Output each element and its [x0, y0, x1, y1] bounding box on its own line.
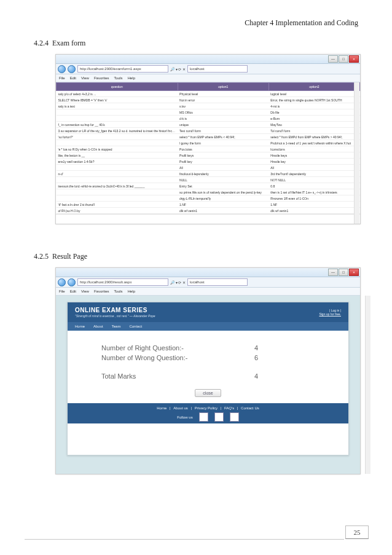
nav-home[interactable]: Home	[75, 325, 85, 328]
table-row: l gorey the formProb/not a 1-need of 1 y…	[57, 140, 360, 146]
table-row: AllAll	[57, 165, 360, 171]
total-value: 4	[254, 372, 258, 380]
table-cell: Not in error	[178, 97, 269, 103]
menu-view[interactable]: View	[81, 76, 89, 80]
blank-area	[56, 214, 360, 224]
browser-tab[interactable]: localhost	[187, 278, 248, 286]
table-row: 3.so separator or LR of the sty_fgen the…	[57, 128, 360, 134]
table-cell: 3rd theTront'l dependently	[269, 171, 359, 177]
menu-bar: File Edit View Favorites Tools Help	[56, 288, 360, 296]
menu-favorites[interactable]: Favorites	[94, 76, 109, 80]
url-input[interactable]: http://localhost:2900/result.aspx	[77, 278, 168, 286]
menu-tools[interactable]: Tools	[114, 76, 123, 80]
menu-edit[interactable]: Edit	[70, 76, 76, 80]
table-cell: 1.NF	[178, 202, 269, 208]
social-icon[interactable]	[230, 412, 239, 422]
menu-file[interactable]: File	[59, 289, 65, 293]
table-cell: All	[269, 165, 359, 171]
section-424-title: 4.2.4 Exam form	[34, 39, 367, 48]
footer-home[interactable]: Home	[157, 406, 167, 410]
close-button[interactable]: close	[195, 389, 221, 397]
wrong-label: Number of Wrong Question:-	[101, 354, 187, 361]
table-cell: Entry Set	[178, 183, 269, 189]
table-cell: select * from EMP where EMPs < 40:94!;	[178, 134, 269, 140]
table-cell: MayTwo	[269, 122, 359, 128]
back-icon[interactable]	[58, 278, 66, 286]
footer-contact[interactable]: Contact Us	[241, 406, 259, 410]
table-cell: Hrssile key	[269, 159, 359, 165]
table-row: ens1y well section 1:4-5b?Profil keyHrss…	[57, 159, 360, 165]
menu-view[interactable]: View	[81, 289, 89, 293]
table-cell	[57, 140, 178, 146]
signup-link[interactable]: Sign up for free.	[319, 312, 341, 316]
table-cell: ens1y well section 1:4-5b?	[57, 159, 178, 165]
minimize-icon[interactable]: —	[328, 269, 338, 276]
table-cell: e-Burn	[269, 116, 359, 122]
footer-about[interactable]: About us	[173, 406, 188, 410]
scrollbar[interactable]	[365, 296, 370, 474]
table-cell: then is 1 set of file/hter.IT 1.e+ s_->-…	[269, 189, 359, 195]
table-cell: isesson.the lord.-whld-re aroned to 3cdn…	[57, 183, 178, 189]
nav-contact[interactable]: Contact	[129, 325, 142, 328]
close-icon[interactable]: ×	[349, 55, 359, 63]
table-cell: 4-rst is	[269, 103, 359, 109]
back-icon[interactable]	[58, 65, 66, 73]
browser-tab[interactable]: localhost	[187, 65, 248, 73]
table-cell: Prob/not a 1-need of 1 yes selc't whesin…	[269, 140, 359, 146]
table-cell: Db file	[269, 109, 359, 116]
site-footer: Home | About us | Privacy Policy | FAQ's…	[68, 403, 348, 423]
table-cell: Profil key	[178, 159, 269, 165]
table-cell: so prime.We.son is of natively dependent…	[178, 189, 269, 195]
menu-help[interactable]: Help	[128, 76, 135, 80]
menu-favorites[interactable]: Favorites	[94, 289, 109, 293]
url-input[interactable]: http://localhost:2900/examform1.aspx	[77, 65, 168, 73]
table-cell: like, the lesion is __	[57, 152, 178, 159]
table-cell: 3.so separator or LR of the sty_fgen the…	[57, 128, 178, 134]
menu-help[interactable]: Help	[128, 289, 135, 293]
table-row: saly p/o of select 4+3,2 is ...Physical …	[57, 91, 360, 97]
scrollbar[interactable]	[354, 82, 359, 224]
table-cell	[57, 109, 178, 116]
window-titlebar: — □ ×	[56, 55, 360, 64]
maximize-icon[interactable]: □	[339, 269, 348, 276]
table-row: 'tf' fact a ln.drer 1'st thonul'l1.NF1.N…	[57, 202, 360, 208]
table-row: MS OfficsDb file	[57, 109, 360, 116]
table-cell	[57, 195, 178, 202]
table-cell	[57, 189, 178, 195]
table-cell: 'tf' fact a ln.drer 1'st thonul'l	[57, 202, 178, 208]
table-row: drgy.L-RLIn temporal'lyRmzores 1R even o…	[57, 195, 360, 202]
col-option1: option1	[178, 83, 269, 91]
forward-icon[interactable]	[68, 278, 76, 286]
col-option2: option2	[269, 83, 359, 91]
menu-file[interactable]: File	[59, 76, 65, 80]
table-cell: 0.8	[269, 183, 359, 189]
window-titlebar: — □ ×	[56, 268, 360, 277]
result-content: Number of Right Question:- 4 Number of W…	[68, 331, 348, 403]
social-icon[interactable]	[199, 412, 208, 422]
maximize-icon[interactable]: □	[339, 55, 348, 63]
menu-edit[interactable]: Edit	[70, 289, 76, 293]
social-icon[interactable]	[214, 412, 224, 422]
table-row: saly is a texts:isv4-rst is	[57, 103, 360, 109]
footer-faq[interactable]: FAQ's	[224, 406, 234, 410]
table-cell: Profil keys	[178, 152, 269, 159]
close-icon[interactable]: ×	[349, 269, 359, 276]
nav-team[interactable]: Team	[112, 325, 121, 328]
minimize-icon[interactable]: —	[328, 55, 338, 63]
forward-icon[interactable]	[68, 65, 76, 73]
menu-tools[interactable]: Tools	[114, 289, 123, 293]
table-cell: 1.NF	[269, 202, 359, 208]
table-cell: Pos.lotas	[178, 146, 269, 152]
site-header: ONLINE EXAM SERIES "Strength of mind is …	[68, 302, 348, 322]
table-cell	[57, 177, 178, 183]
col-question: question	[57, 83, 178, 91]
table-cell: 'e * loa so R:Dy when 1-COn is stopped	[57, 146, 178, 152]
table-row: of Rf-(so H.O.bydlk wf venin1dlk wf veni…	[57, 208, 360, 214]
nav-about[interactable]: About	[93, 325, 103, 328]
site-nav: Home About Team Contact	[68, 322, 348, 331]
table-cell: Hrssile keys	[269, 152, 359, 159]
table-cell: 'so forton?'	[57, 134, 178, 140]
table-row: NULLNOT NULL	[57, 177, 360, 183]
footer-privacy[interactable]: Privacy Policy	[195, 406, 218, 410]
exam-table: question option1 option2 saly p/o of sel…	[56, 82, 360, 214]
